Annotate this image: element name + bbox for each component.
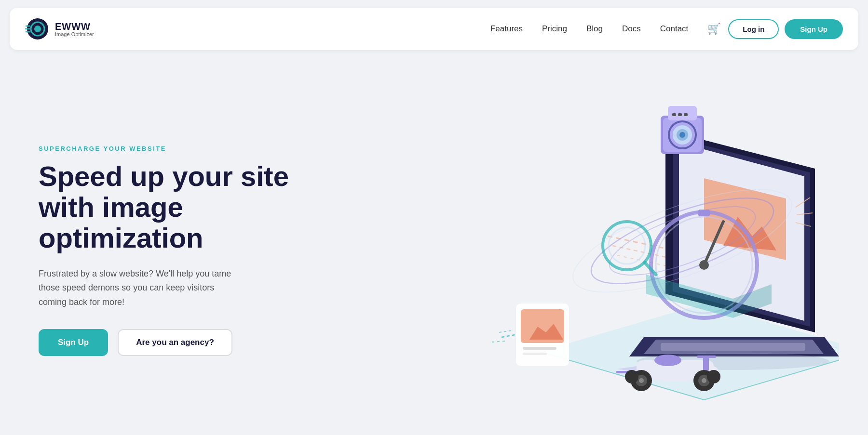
nav-pricing[interactable]: Pricing: [542, 24, 567, 34]
svg-rect-63: [523, 347, 556, 350]
hero-svg: [405, 63, 839, 424]
hero-illustration: [289, 82, 829, 419]
svg-rect-22: [661, 343, 805, 351]
nav-contact[interactable]: Contact: [660, 24, 689, 34]
svg-rect-48: [684, 113, 688, 116]
logo-brand: EWWW: [55, 21, 94, 32]
svg-line-65: [502, 335, 515, 337]
agency-button[interactable]: Are you an agency?: [118, 329, 232, 356]
svg-rect-64: [523, 353, 547, 355]
svg-point-55: [699, 260, 709, 270]
svg-rect-29: [703, 356, 709, 371]
svg-point-2: [34, 26, 41, 32]
nav-blog[interactable]: Blog: [586, 24, 603, 34]
hero-buttons: Sign Up Are you an agency?: [39, 329, 289, 356]
svg-rect-47: [678, 113, 682, 116]
svg-rect-56: [698, 210, 710, 216]
svg-point-38: [707, 370, 720, 383]
svg-point-27: [654, 355, 681, 366]
cart-icon[interactable]: 🛒: [707, 23, 720, 35]
navbar: EWWW Image Optimizer Features Pricing Bl…: [10, 8, 858, 50]
logo[interactable]: EWWW Image Optimizer: [25, 16, 94, 41]
hero-title: Speed up your site with image optimizati…: [39, 161, 289, 253]
hero-description: Frustrated by a slow website? We'll help…: [39, 267, 241, 310]
svg-rect-46: [672, 113, 676, 116]
signup-nav-button[interactable]: Sign Up: [785, 19, 843, 39]
signup-hero-button[interactable]: Sign Up: [39, 329, 108, 356]
svg-point-36: [702, 378, 706, 383]
svg-point-45: [679, 132, 685, 138]
login-button[interactable]: Log in: [728, 19, 779, 39]
hero-eyebrow: SUPERCHARGE YOUR WEBSITE: [39, 145, 289, 152]
svg-rect-30: [697, 356, 716, 358]
logo-icon: [25, 16, 50, 41]
svg-point-37: [625, 370, 638, 383]
nav-docs[interactable]: Docs: [622, 24, 641, 34]
svg-point-33: [639, 378, 644, 383]
nav-links: Features Pricing Blog Docs Contact: [490, 24, 688, 34]
nav-features[interactable]: Features: [490, 24, 523, 34]
svg-line-66: [492, 341, 505, 342]
hero-section: SUPERCHARGE YOUR WEBSITE Speed up your s…: [0, 58, 868, 424]
logo-sub: Image Optimizer: [55, 31, 94, 37]
svg-line-67: [499, 330, 512, 332]
hero-content: SUPERCHARGE YOUR WEBSITE Speed up your s…: [39, 145, 289, 356]
svg-rect-41: [668, 106, 697, 120]
